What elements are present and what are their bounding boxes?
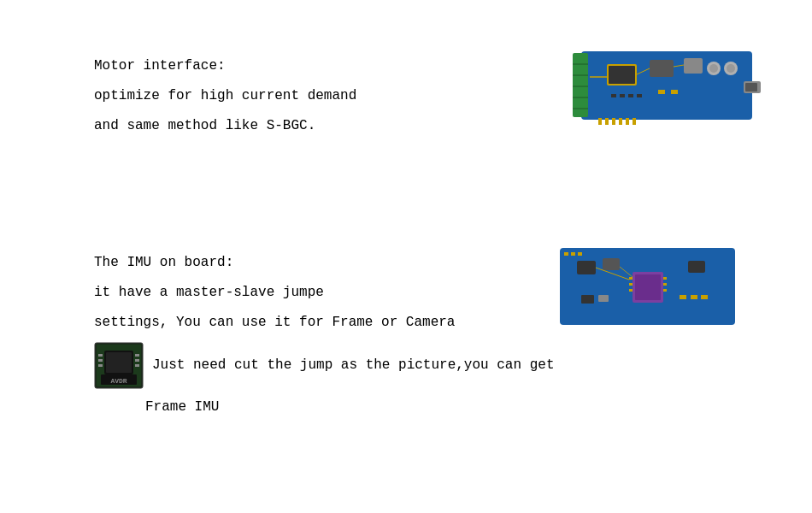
svg-rect-37 <box>629 289 633 292</box>
svg-rect-50 <box>571 252 575 256</box>
svg-point-12 <box>709 64 718 73</box>
imu-line3: Just need cut the jump as the picture,yo… <box>152 357 554 373</box>
svg-rect-51 <box>578 252 582 256</box>
avr-thumbnail: AVDR <box>94 342 144 389</box>
svg-rect-9 <box>650 60 674 77</box>
svg-rect-44 <box>581 295 594 304</box>
motor-section: Motor interface: optimize for high curre… <box>94 51 718 162</box>
svg-rect-40 <box>663 289 667 292</box>
svg-rect-48 <box>701 295 708 299</box>
svg-rect-26 <box>619 118 622 125</box>
svg-rect-42 <box>603 258 620 270</box>
svg-rect-28 <box>633 118 636 125</box>
svg-rect-64 <box>135 359 139 362</box>
svg-rect-10 <box>684 58 703 74</box>
svg-rect-17 <box>611 94 616 97</box>
svg-rect-45 <box>598 295 609 302</box>
svg-rect-20 <box>637 94 642 97</box>
svg-rect-21 <box>658 90 665 94</box>
svg-rect-16 <box>745 83 757 91</box>
svg-rect-65 <box>135 364 139 367</box>
svg-rect-24 <box>605 118 609 125</box>
svg-rect-60 <box>98 354 103 357</box>
page-content: Motor interface: optimize for high curre… <box>0 0 812 419</box>
svg-text:AVDR: AVDR <box>110 377 127 385</box>
svg-rect-43 <box>688 261 705 273</box>
svg-rect-18 <box>620 94 625 97</box>
svg-rect-23 <box>598 118 602 125</box>
svg-rect-57 <box>106 352 132 373</box>
svg-rect-19 <box>628 94 633 97</box>
frame-imu-label: Frame IMU <box>145 399 718 415</box>
svg-rect-62 <box>98 364 103 367</box>
svg-rect-25 <box>612 118 615 125</box>
svg-rect-38 <box>663 277 667 280</box>
svg-rect-46 <box>680 295 686 299</box>
svg-rect-49 <box>564 252 568 256</box>
inline-image-row: AVDR Just need cut the jump as the pictu… <box>94 342 718 389</box>
svg-rect-34 <box>635 274 661 300</box>
imu-section: The IMU on board: it have a master-slave… <box>94 248 718 419</box>
svg-rect-39 <box>663 283 667 286</box>
svg-point-14 <box>727 64 735 73</box>
svg-rect-61 <box>98 359 103 362</box>
svg-rect-63 <box>135 354 139 357</box>
svg-rect-41 <box>577 261 596 274</box>
imu-board-image <box>556 239 744 333</box>
svg-rect-8 <box>609 66 635 84</box>
motor-board-image <box>573 34 769 133</box>
svg-rect-47 <box>691 295 697 299</box>
svg-rect-36 <box>629 283 633 286</box>
spacer <box>94 188 718 239</box>
svg-rect-35 <box>629 277 633 280</box>
svg-rect-1 <box>573 53 588 117</box>
svg-rect-22 <box>671 90 678 94</box>
svg-rect-27 <box>626 118 629 125</box>
